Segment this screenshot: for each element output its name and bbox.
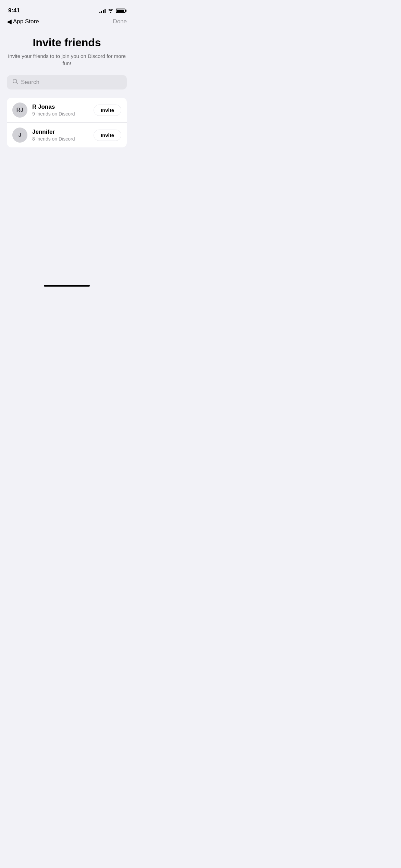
friend-name: R Jonas [32,104,89,110]
friend-info: R Jonas 9 friends on Discord [32,104,89,117]
main-content: Invite friends Invite your friends to to… [0,28,134,147]
list-item: RJ R Jonas 9 friends on Discord Invite [7,98,127,123]
home-indicator [44,285,90,287]
status-bar: 9:41 [0,0,134,16]
status-time: 9:41 [8,7,20,14]
page-subtitle: Invite your friends to to join you on Di… [7,52,127,67]
friend-list: RJ R Jonas 9 friends on Discord Invite J… [7,98,127,147]
friend-meta: 9 friends on Discord [32,111,89,117]
back-chevron-icon: ◀ [7,18,12,25]
list-item: J Jennifer 8 friends on Discord Invite [7,123,127,147]
battery-icon [116,9,125,13]
search-placeholder: Search [21,79,39,86]
back-button[interactable]: ◀ App Store [7,18,39,25]
avatar: J [12,128,27,143]
wifi-icon [108,8,114,14]
search-icon [12,79,18,86]
search-bar[interactable]: Search [7,75,127,89]
back-label: App Store [13,18,39,25]
invite-button[interactable]: Invite [94,105,121,116]
signal-icon [99,9,106,13]
page-title: Invite friends [33,36,101,49]
invite-button[interactable]: Invite [94,130,121,141]
friend-name: Jennifer [32,129,89,135]
status-icons [99,8,125,14]
friend-meta: 8 friends on Discord [32,136,89,142]
avatar: RJ [12,103,27,118]
svg-line-1 [16,83,18,84]
friend-info: Jennifer 8 friends on Discord [32,129,89,142]
nav-bar: ◀ App Store Done [0,16,134,28]
done-button[interactable]: Done [113,18,127,25]
